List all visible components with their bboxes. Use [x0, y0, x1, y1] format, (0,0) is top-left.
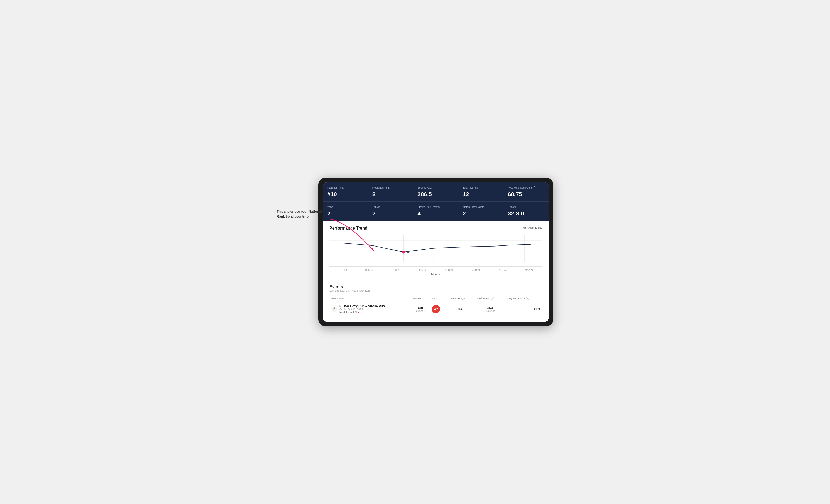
stat-avg-weighted-value: 68.75 [508, 191, 544, 198]
stat-stroke-play-value: 4 [418, 210, 454, 217]
stat-record-label: Record [508, 205, 544, 209]
chart-x-label-jan24: JAN 24 [409, 269, 436, 271]
info-icon[interactable]: i [533, 186, 536, 190]
total-rounds: 3 Rounds [477, 310, 503, 312]
stat-total-rounds-label: Total Rounds [462, 186, 499, 190]
event-sg-cell: 0.45 [447, 302, 475, 317]
performance-chart: #10 [329, 233, 542, 267]
chart-x-label-feb24: FEB 24 [436, 269, 462, 271]
event-icon: 🏌 [331, 306, 337, 312]
col-weighted-points: Weighted Points i [505, 295, 542, 302]
stat-record-value: 32-8-0 [508, 210, 544, 217]
event-position-sub: out of 7 [413, 310, 428, 312]
stat-avg-weighted: Avg. Weighted Pointsi 68.75 [504, 182, 549, 201]
total-points-info-icon[interactable]: i [491, 297, 494, 300]
chart-x-label-may24: MAY 24 [516, 269, 542, 271]
weighted-points-info-icon[interactable]: i [526, 297, 529, 300]
svg-text:#10: #10 [407, 251, 412, 254]
stat-wins-label: Wins [327, 205, 364, 209]
chart-title: Performance Trend [329, 226, 368, 231]
chart-x-label-oct23: OCT 23 [329, 269, 356, 271]
stat-wins-value: 2 [327, 210, 364, 217]
stat-stroke-play: Stroke Play Events 4 [413, 202, 458, 221]
stat-regional-rank-value: 2 [373, 191, 409, 198]
stats-header-row2: Wins 2 Top 3s 2 Stroke Play Events 4 Mat… [323, 201, 549, 221]
events-table-header-row: Event Name Position Score Event SG i Tot… [329, 295, 542, 302]
event-position-cell: 6th out of 7 [411, 302, 430, 317]
event-sg-info-icon[interactable]: i [461, 297, 465, 300]
events-section: Events Last updated: 24th November 2023 … [329, 280, 542, 316]
total-points-cell: 28.3 3 Rounds [475, 302, 505, 317]
event-score-badge: -22 [432, 305, 440, 313]
col-position: Position [411, 295, 430, 302]
stat-scoring-avg: Scoring Avg. 286.5 [413, 182, 458, 201]
weighted-points-cell: 28.3 [505, 302, 542, 317]
events-table: Event Name Position Score Event SG i Tot… [329, 295, 542, 316]
event-score-cell: -22 [429, 302, 447, 317]
stat-national-rank: National Rank #10 [323, 182, 368, 201]
events-last-updated: Last updated: 24th November 2023 [329, 289, 542, 292]
stat-record: Record 32-8-0 [504, 202, 549, 221]
stats-header-row1: National Rank #10 Regional Rank 2 Scorin… [323, 182, 549, 201]
table-row: 🏌 Buster Cozy Cup – Stroke Play Oct 9 - … [329, 302, 542, 317]
stat-match-play: Match Play Events 2 [458, 202, 504, 221]
stat-total-rounds: Total Rounds 12 [458, 182, 504, 201]
stat-scoring-avg-value: 286.5 [418, 191, 454, 198]
chart-x-label-mar24: MAR 24 [462, 269, 489, 271]
chart-x-axis-title: Months [329, 273, 542, 276]
stat-national-rank-value: #10 [327, 191, 364, 198]
weighted-points-value: 28.3 [534, 307, 540, 311]
col-total-points: Total Points i [475, 295, 505, 302]
stat-total-rounds-value: 12 [462, 191, 499, 198]
chart-x-label-nov23: NOV 23 [356, 269, 383, 271]
rank-down-arrow-icon: ▼ [358, 311, 360, 314]
stat-match-play-value: 2 [462, 210, 499, 217]
stat-stroke-play-label: Stroke Play Events [418, 205, 454, 209]
col-event-name: Event Name [329, 295, 411, 302]
chart-x-label-apr24: APR 24 [489, 269, 516, 271]
event-title: Buster Cozy Cup – Stroke Play [339, 304, 385, 308]
col-score: Score [429, 295, 447, 302]
events-title: Events [329, 284, 542, 289]
event-name-cell: 🏌 Buster Cozy Cup – Stroke Play Oct 9 - … [329, 302, 411, 317]
stat-avg-weighted-label: Avg. Weighted Pointsi [508, 186, 544, 190]
event-sg-value: 0.45 [458, 307, 464, 311]
event-date: Oct 9 - Oct 10, 2023 [339, 308, 385, 311]
stat-wins: Wins 2 [323, 202, 368, 221]
total-points-value: 28.3 [477, 306, 503, 310]
stat-scoring-avg-label: Scoring Avg. [418, 186, 454, 190]
chart-header: Performance Trend National Rank [329, 226, 542, 231]
col-event-sg: Event SG i [447, 295, 475, 302]
stat-regional-rank-label: Regional Rank [373, 186, 409, 190]
chart-label-right: National Rank [523, 227, 542, 230]
stat-top3s-value: 2 [373, 210, 409, 217]
stat-regional-rank: Regional Rank 2 [368, 182, 413, 201]
content-area: Performance Trend National Rank [323, 221, 549, 322]
chart-x-label-dec23: DEC 23 [383, 269, 409, 271]
event-position: 6th [413, 306, 428, 310]
rank-impact: Rank Impact: 3 ▼ [339, 311, 385, 314]
stat-top3s: Top 3s 2 [368, 202, 413, 221]
stat-national-rank-label: National Rank [327, 186, 364, 190]
chart-x-labels: OCT 23 NOV 23 DEC 23 JAN 24 FEB 24 MAR 2… [329, 268, 542, 272]
stat-match-play-label: Match Play Events [462, 205, 499, 209]
chart-datapoint [402, 251, 405, 253]
tablet-screen: National Rank #10 Regional Rank 2 Scorin… [323, 182, 549, 322]
annotation-text: This shows you your National Rank trend … [277, 209, 329, 219]
tablet-device: National Rank #10 Regional Rank 2 Scorin… [318, 178, 553, 327]
chart-svg: #10 [329, 233, 542, 266]
stat-top3s-label: Top 3s [373, 205, 409, 209]
